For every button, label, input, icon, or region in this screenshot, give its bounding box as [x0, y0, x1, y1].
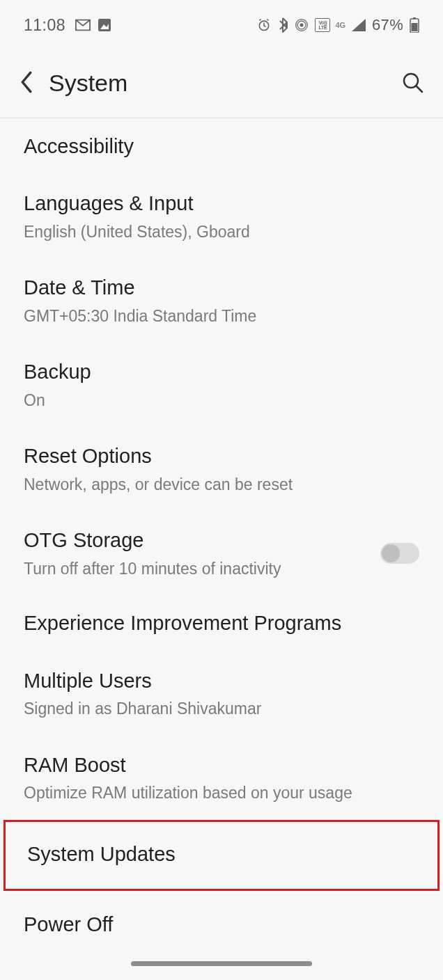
status-bar: 11:08 Vo))LTE 4G 67% [0, 0, 443, 50]
svg-rect-3 [286, 22, 288, 28]
page-title: System [49, 70, 127, 97]
item-subtitle: Turn off after 10 minutes of inactivity [24, 559, 380, 579]
item-title: RAM Boost [24, 752, 419, 777]
volte-icon: Vo))LTE [315, 18, 330, 32]
item-system-updates[interactable]: System Updates [3, 820, 440, 891]
item-subtitle: English (United States), Gboard [24, 222, 419, 242]
svg-point-4 [300, 24, 304, 27]
settings-list: Accessibility Languages & Input English … [0, 118, 443, 952]
item-date-time[interactable]: Date & Time GMT+05:30 India Standard Tim… [0, 258, 443, 342]
signal-icon [352, 19, 366, 31]
otg-toggle[interactable] [380, 543, 419, 564]
status-time: 11:08 [24, 16, 65, 35]
item-subtitle: GMT+05:30 India Standard Time [24, 306, 419, 326]
svg-point-11 [404, 74, 418, 88]
image-icon [98, 18, 111, 32]
item-languages-input[interactable]: Languages & Input English (United States… [0, 174, 443, 258]
item-ram-boost[interactable]: RAM Boost Optimize RAM utilization based… [0, 736, 443, 820]
item-title: Date & Time [24, 275, 419, 300]
item-title: Experience Improvement Programs [24, 610, 419, 635]
item-subtitle: On [24, 390, 419, 411]
alarm-icon [257, 18, 271, 32]
item-title: Languages & Input [24, 191, 419, 216]
item-multiple-users[interactable]: Multiple Users Signed in as Dharani Shiv… [0, 651, 443, 736]
item-title: Power Off [24, 912, 419, 937]
item-title: Multiple Users [24, 668, 419, 693]
item-title: Reset Options [24, 443, 419, 468]
item-reset-options[interactable]: Reset Options Network, apps, or device c… [0, 427, 443, 511]
network-type: 4G [335, 21, 345, 29]
svg-rect-10 [412, 23, 418, 31]
item-title: OTG Storage [24, 528, 380, 553]
battery-icon [410, 17, 419, 33]
item-subtitle: Signed in as Dharani Shivakumar [24, 699, 419, 719]
item-backup[interactable]: Backup On [0, 342, 443, 427]
page-header: System [0, 50, 443, 118]
item-power-off[interactable]: Power Off [0, 891, 443, 952]
item-otg-storage[interactable]: OTG Storage Turn off after 10 minutes of… [0, 511, 443, 595]
item-title: Accessibility [24, 134, 419, 159]
svg-rect-9 [413, 17, 416, 19]
svg-marker-7 [352, 19, 366, 31]
svg-line-12 [417, 86, 422, 92]
item-title: System Updates [27, 841, 416, 867]
item-subtitle: Optimize RAM utilization based on your u… [24, 783, 419, 803]
home-indicator[interactable] [131, 961, 312, 966]
hotspot-icon [295, 18, 309, 32]
search-icon[interactable] [401, 71, 423, 96]
item-experience-programs[interactable]: Experience Improvement Programs [0, 595, 443, 651]
item-accessibility[interactable]: Accessibility [0, 118, 443, 174]
back-icon[interactable] [20, 71, 33, 96]
item-title: Backup [24, 359, 419, 384]
battery-percent: 67% [372, 16, 403, 34]
gmail-icon [75, 19, 91, 31]
item-subtitle: Network, apps, or device can be reset [24, 475, 419, 495]
bluetooth-icon [277, 17, 288, 33]
